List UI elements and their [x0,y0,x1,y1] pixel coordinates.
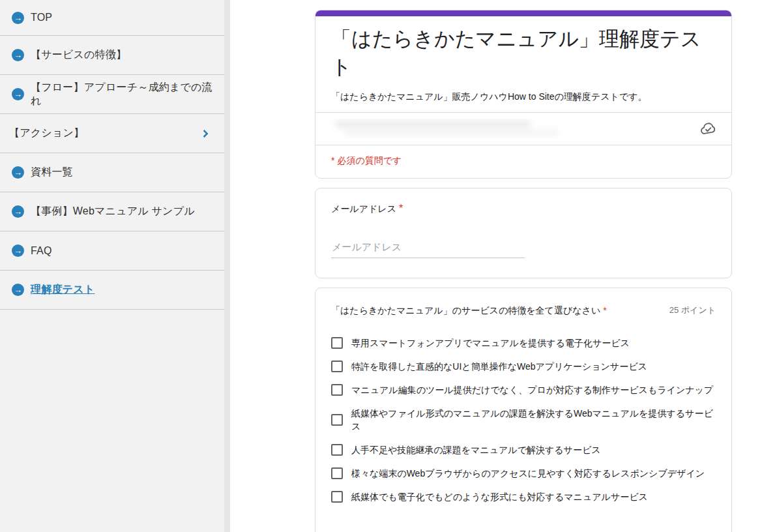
sidebar-item-flow[interactable]: → 【フロー】アプローチ～成約までの流れ [0,75,224,114]
sidebar-item-documents[interactable]: → 資料一覧 [0,153,224,192]
sidebar-item-comprehension-test[interactable]: → 理解度テスト [0,271,224,310]
option-row[interactable]: 紙媒体でも電子化でもどのような形式にも対応するマニュアルサービス [331,490,716,503]
checkbox-unchecked[interactable] [331,467,343,479]
question-text: 「はたらきかたマニュアル」のサービスの特徴を全て選びなさい* [331,304,669,318]
option-label: マニュアル編集のツール提供だけでなく、プロが対応する制作サービスもラインナップ [351,383,713,396]
arrow-circle-icon: → [12,166,24,179]
checkbox-unchecked[interactable] [331,491,343,503]
sidebar-item-label: FAQ [31,245,52,257]
sidebar-item-action[interactable]: 【アクション】 [0,114,224,153]
sidebar-item-label: 理解度テスト [31,283,95,297]
sidebar-item-top[interactable]: → TOP [0,0,224,36]
checkbox-unchecked[interactable] [331,384,343,396]
page: → TOP → 【サービスの特徴】 → 【フロー】アプローチ～成約までの流れ 【… [0,0,762,532]
form-content-area: 「はたらきかたマニュアル」理解度テスト 「はたらきかたマニュアル」販売ノウハウH… [230,0,762,532]
sidebar-item-label: 資料一覧 [31,166,73,179]
sidebar-item-faq[interactable]: → FAQ [0,231,224,271]
option-label: 特許を取得した直感的なUIと簡単操作なWebアプリケーションサービス [351,360,647,373]
option-row[interactable]: 人手不足や技能継承の課題をマニュアルで解決するサービス [331,443,716,456]
arrow-circle-icon: → [12,12,24,24]
options-list: 専用スマートフォンアプリでマニュアルを提供する電子化サービス 特許を取得した直感… [331,336,716,503]
email-question-card: メールアドレス* [315,188,732,278]
required-note: * 必須の質問です [315,145,731,178]
option-label: 専用スマートフォンアプリでマニュアルを提供する電子化サービス [351,336,630,349]
checkbox-unchecked[interactable] [331,414,343,426]
sidebar-item-case-sample[interactable]: → 【事例】Webマニュアル サンプル [0,192,224,231]
option-label: 人手不足や技能継承の課題をマニュアルで解決するサービス [351,443,601,456]
form-header-card: 「はたらきかたマニュアル」理解度テスト 「はたらきかたマニュアル」販売ノウハウH… [315,10,732,179]
sidebar-item-label: 【アクション】 [9,126,84,140]
option-label: 紙媒体やファイル形式のマニュアルの課題を解決するWebマニュアルを提供するサービ… [351,407,716,433]
option-row[interactable]: 様々な端末のWebブラウザからのアクセスに見やすく対応するレスポンシブデザイン [331,467,716,480]
required-asterisk: * [600,305,606,316]
checkbox-question-card: 「はたらきかたマニュアル」のサービスの特徴を全て選びなさい* 25 ポイント 専… [315,288,732,532]
arrow-circle-icon: → [12,244,24,257]
arrow-circle-icon: → [12,284,24,296]
sidebar-item-service-features[interactable]: → 【サービスの特徴】 [0,36,224,75]
sidebar-item-label: 【フロー】アプローチ～成約までの流れ [31,81,214,108]
option-row[interactable]: 専用スマートフォンアプリでマニュアルを提供する電子化サービス [331,336,716,349]
sidebar-item-label: 【サービスの特徴】 [31,48,126,62]
question-points: 25 ポイント [669,304,716,316]
cloud-done-icon [699,120,717,138]
redacted-account-email [331,119,566,138]
arrow-circle-icon: → [12,205,24,218]
checkbox-unchecked[interactable] [331,444,343,456]
form-accent-bar [315,10,731,16]
form-description: 「はたらきかたマニュアル」販売ノウハウHow to Siteの理解度テストです。 [331,91,716,112]
required-asterisk: * [396,203,403,214]
option-row[interactable]: 紙媒体やファイル形式のマニュアルの課題を解決するWebマニュアルを提供するサービ… [331,407,716,433]
checkbox-unchecked[interactable] [331,361,343,372]
form-title: 「はたらきかたマニュアル」理解度テスト [331,25,716,81]
chevron-right-icon [200,129,209,138]
sidebar-nav: → TOP → 【サービスの特徴】 → 【フロー】アプローチ～成約までの流れ 【… [0,0,224,532]
sidebar-item-label: TOP [31,12,52,23]
sidebar-item-label: 【事例】Webマニュアル サンプル [31,205,195,218]
option-label: 様々な端末のWebブラウザからのアクセスに見やすく対応するレスポンシブデザイン [351,467,705,480]
scrollbar-track[interactable] [224,0,230,532]
option-row[interactable]: マニュアル編集のツール提供だけでなく、プロが対応する制作サービスもラインナップ [331,383,716,396]
option-row[interactable]: 特許を取得した直感的なUIと簡単操作なWebアプリケーションサービス [331,360,716,373]
email-label: メールアドレス [331,203,396,214]
option-label: 紙媒体でも電子化でもどのような形式にも対応するマニュアルサービス [351,490,648,503]
google-form: 「はたらきかたマニュアル」理解度テスト 「はたらきかたマニュアル」販売ノウハウH… [315,10,732,532]
arrow-circle-icon: → [12,49,24,61]
email-input[interactable] [331,241,525,258]
arrow-circle-icon: → [12,88,24,100]
checkbox-unchecked[interactable] [331,337,343,349]
signed-in-account-row [315,113,731,145]
